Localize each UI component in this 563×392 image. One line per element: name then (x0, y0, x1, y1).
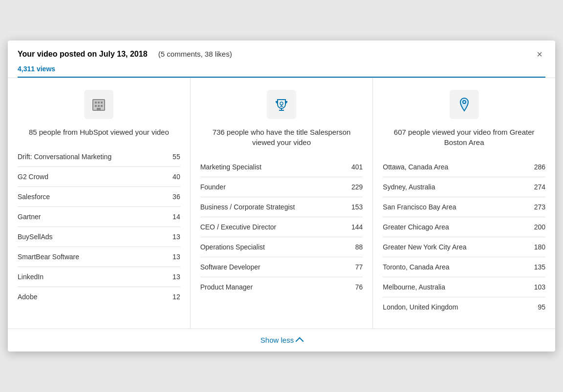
modal-footer: Show less (8, 329, 555, 351)
list-item: Toronto, Canada Area135 (383, 257, 545, 277)
svg-rect-2 (98, 102, 100, 103)
list-item: Ottawa, Canada Area286 (383, 157, 545, 177)
svg-point-10 (280, 102, 283, 105)
location-icon (455, 96, 473, 113)
chevron-up-icon (296, 337, 304, 345)
list-item: SmartBear Software13 (18, 247, 180, 267)
titles-list: Marketing Specialist401 Founder229 Busin… (200, 157, 363, 297)
locations-heading: 607 people viewed your video from Greate… (383, 127, 545, 147)
list-item: Gartner14 (18, 206, 180, 227)
svg-rect-1 (95, 102, 97, 103)
list-item: Product Manager76 (200, 277, 363, 297)
modal-header: Your video posted on July 13, 2018 (5 co… (8, 41, 555, 78)
list-item: Founder229 (200, 177, 363, 197)
building-icon-box (84, 90, 113, 119)
list-item: Adobe12 (18, 287, 180, 307)
modal-body: 85 people from HubSpot viewed your video… (8, 78, 555, 329)
location-icon-wrapper (383, 90, 545, 119)
list-item: San Francisco Bay Area273 (383, 197, 545, 217)
titles-column: 736 people who have the title Salesperso… (191, 78, 373, 329)
modal-title-row: Your video posted on July 13, 2018 (5 co… (18, 48, 545, 60)
location-icon-box (450, 90, 479, 119)
svg-rect-5 (98, 105, 100, 107)
list-item: Melbourne, Australia103 (383, 277, 545, 297)
list-item: CEO / Executive Director144 (200, 217, 363, 237)
list-item: Sydney, Australia274 (383, 177, 545, 197)
list-item: Software Developer77 (200, 257, 363, 277)
list-item: BuySellAds13 (18, 227, 180, 247)
list-item: Business / Corporate Strategist153 (200, 197, 363, 217)
trophy-icon-wrapper (200, 90, 363, 119)
modal-title-text: Your video posted on July 13, 2018 (18, 50, 148, 58)
list-item: Operations Specialist88 (200, 237, 363, 257)
show-less-label: Show less (260, 336, 294, 344)
titles-heading: 736 people who have the title Salesperso… (200, 127, 363, 147)
modal-subtitle-text: (5 comments, 38 likes) (158, 50, 232, 58)
trophy-icon-box (267, 90, 296, 119)
list-item: Marketing Specialist401 (200, 157, 363, 177)
list-item: Greater Chicago Area200 (383, 217, 545, 237)
svg-rect-4 (95, 105, 97, 107)
companies-heading: 85 people from HubSpot viewed your video (18, 127, 180, 137)
building-icon-wrapper (18, 90, 180, 119)
locations-list: Ottawa, Canada Area286 Sydney, Australia… (383, 157, 545, 317)
list-item: Drift: Conversational Marketing55 (18, 147, 180, 166)
close-button[interactable]: × (534, 48, 545, 60)
list-item: LinkedIn13 (18, 267, 180, 287)
companies-column: 85 people from HubSpot viewed your video… (8, 78, 191, 329)
list-item: London, United Kingdom95 (383, 297, 545, 317)
list-item: Salesforce36 (18, 186, 180, 206)
locations-column: 607 people viewed your video from Greate… (373, 78, 555, 329)
views-tab[interactable]: 4,311 views (18, 65, 545, 78)
svg-rect-3 (101, 102, 103, 103)
trophy-icon (273, 96, 290, 113)
video-stats-modal: Your video posted on July 13, 2018 (5 co… (8, 41, 555, 351)
list-item: G2 Crowd40 (18, 166, 180, 186)
list-item: Greater New York City Area180 (383, 237, 545, 257)
building-icon (90, 96, 108, 113)
companies-list: Drift: Conversational Marketing55 G2 Cro… (18, 147, 180, 307)
svg-rect-7 (97, 108, 101, 110)
svg-rect-6 (101, 105, 103, 107)
show-less-button[interactable]: Show less (260, 336, 303, 344)
modal-title: Your video posted on July 13, 2018 (5 co… (18, 50, 232, 59)
